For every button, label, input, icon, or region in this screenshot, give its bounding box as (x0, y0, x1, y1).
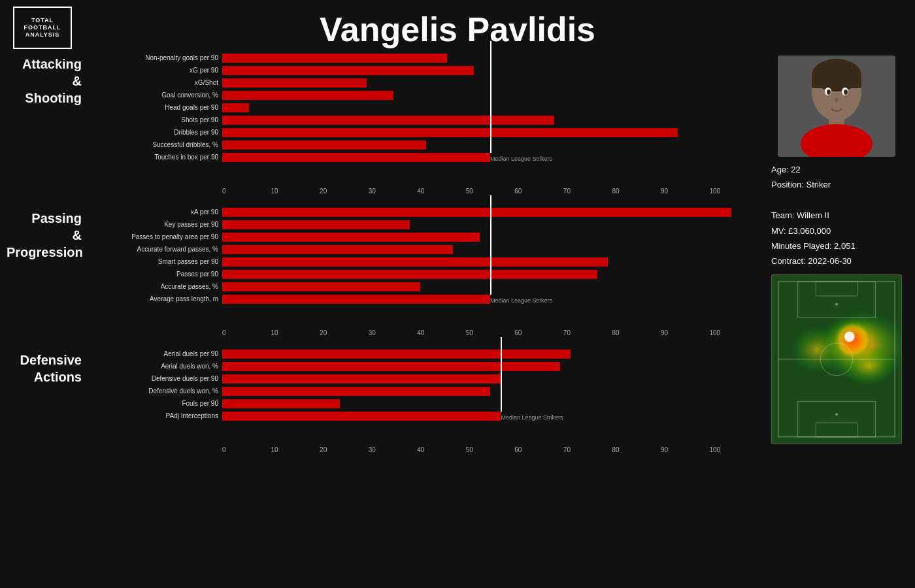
bar-track (222, 387, 758, 396)
axis-tick: 100 (709, 329, 758, 336)
bar-label: Passes per 90 (92, 271, 222, 278)
svg-point-9 (844, 90, 848, 95)
bar-row: Key passes per 90 (92, 219, 758, 231)
bar-row: PAdj InterceptionsMedian League Strikers (92, 410, 758, 422)
bar-fill (222, 245, 453, 254)
contract-label: Contract: 2022-06-30 (771, 253, 908, 269)
position-label: Position: Striker (771, 177, 908, 192)
axis-tick: 90 (661, 329, 710, 336)
axis-tick: 0 (222, 329, 271, 336)
axis-tick: 10 (271, 188, 320, 195)
axis-tick: 50 (466, 329, 515, 336)
bar-track: Median League Strikers (222, 412, 758, 421)
axis-tick: 70 (563, 188, 612, 195)
bar-row: Touches in box per 90Median League Strik… (92, 152, 758, 163)
bar-fill (222, 257, 608, 267)
bar-label: Fouls per 90 (92, 400, 222, 407)
median-line: Median League Strikers (501, 337, 502, 412)
bar-fill (222, 116, 554, 125)
axis-tick: 10 (271, 329, 320, 336)
bar-track (222, 362, 758, 371)
svg-rect-3 (812, 75, 861, 88)
bar-fill (222, 362, 560, 371)
axis-tick: 0 (222, 446, 271, 453)
axis-tick: 90 (661, 446, 710, 453)
section-label-defensive: Defensive Actions (7, 348, 92, 385)
svg-point-25 (835, 413, 838, 416)
bar-label: Key passes per 90 (92, 221, 222, 228)
axis-tick: 40 (417, 329, 466, 336)
section-defensive: Defensive ActionsAerial duels per 90Aeri… (7, 348, 758, 453)
bar-label: xG per 90 (92, 67, 222, 74)
bar-row: Head goals per 90 (92, 102, 758, 114)
bar-fill (222, 412, 501, 421)
axis-tick: 50 (466, 446, 515, 453)
bar-row: Successful dribbles, % (92, 139, 758, 151)
bar-label: Head goals per 90 (92, 105, 222, 111)
charts-area: Attacking & ShootingNon-penalty goals pe… (7, 52, 765, 581)
axis-tick: 30 (369, 446, 418, 453)
bar-fill (222, 270, 597, 279)
axis-attacking: 0102030405060708090100 (222, 188, 758, 195)
bar-fill (222, 295, 490, 304)
bar-label: Average pass length, m (92, 296, 222, 302)
bars-defensive: Aerial duels per 90Aerial duels won, %De… (92, 348, 758, 434)
bar-label: xG/Shot (92, 80, 222, 86)
median-label: Median League Strikers (490, 155, 552, 162)
bar-row: Smart passes per 90 (92, 256, 758, 268)
bar-label: Shots per 90 (92, 117, 222, 123)
bar-row: Passes to penalty area per 90 (92, 231, 758, 243)
bar-fill (222, 282, 420, 291)
chart-passing: xA per 90Key passes per 90Passes to pena… (92, 206, 758, 336)
bar-fill (222, 233, 480, 242)
axis-tick: 40 (417, 446, 466, 453)
axis-tick: 80 (612, 188, 661, 195)
bar-label: Aerial duels per 90 (92, 351, 222, 357)
age-label: Age: 22 (771, 162, 908, 177)
axis-tick: 70 (563, 446, 612, 453)
bar-fill (222, 374, 501, 384)
bar-row: Accurate forward passes, % (92, 244, 758, 255)
page-title: Vangelis Pavlidis (320, 10, 595, 49)
bar-track (222, 399, 758, 408)
heatmap (771, 274, 902, 444)
bar-label: Defensive duels won, % (92, 388, 222, 395)
bar-fill (222, 153, 490, 162)
median-line: Median League Strikers (490, 195, 491, 295)
bar-label: Touches in box per 90 (92, 154, 222, 161)
bar-fill (222, 78, 367, 88)
bar-row: Goal conversion, % (92, 90, 758, 101)
bar-fill (222, 387, 490, 396)
bar-label: Accurate forward passes, % (92, 246, 222, 253)
bars-passing: xA per 90Key passes per 90Passes to pena… (92, 206, 758, 318)
axis-tick: 60 (514, 188, 563, 195)
minutes-label: Minutes Played: 2,051 (771, 238, 908, 253)
axis-tick: 40 (417, 188, 466, 195)
section-attacking: Attacking & ShootingNon-penalty goals pe… (7, 52, 758, 195)
axis-tick: 60 (514, 329, 563, 336)
bar-fill (222, 128, 678, 137)
bar-track (222, 374, 758, 384)
bar-row: Defensive duels per 90 (92, 373, 758, 385)
axis-tick: 10 (271, 446, 320, 453)
axis-tick: 60 (514, 446, 563, 453)
bar-fill (222, 220, 410, 229)
bar-label: Aerial duels won, % (92, 363, 222, 370)
axis-tick: 30 (369, 188, 418, 195)
axis-tick: 80 (612, 329, 661, 336)
bar-row: Average pass length, mMedian League Stri… (92, 293, 758, 305)
bar-fill (222, 140, 426, 150)
svg-point-15 (791, 327, 843, 372)
axis-tick: 0 (222, 188, 271, 195)
chart-defensive: Aerial duels per 90Aerial duels won, %De… (92, 348, 758, 453)
axis-passing: 0102030405060708090100 (222, 329, 758, 336)
bar-label: Defensive duels per 90 (92, 376, 222, 382)
bar-row: Aerial duels won, % (92, 361, 758, 372)
main-content: Attacking & ShootingNon-penalty goals pe… (0, 52, 915, 581)
bar-label: Dribbles per 90 (92, 129, 222, 136)
bar-fill (222, 208, 731, 217)
bar-fill (222, 350, 571, 359)
team-label: Team: Willem II (771, 208, 908, 223)
bar-fill (222, 91, 393, 100)
axis-tick: 100 (709, 188, 758, 195)
